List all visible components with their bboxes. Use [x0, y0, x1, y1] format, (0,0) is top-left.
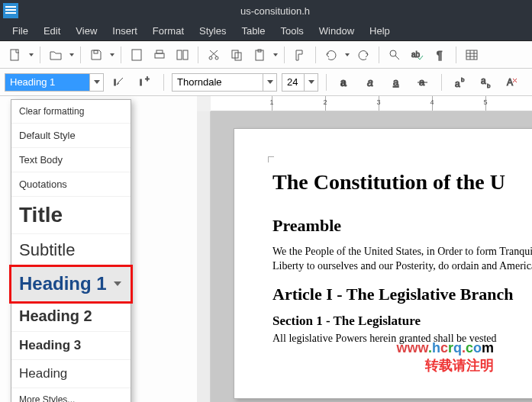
dd-text-body[interactable]: Text Body — [11, 148, 131, 172]
window-title: us-consitution.h — [18, 5, 532, 17]
svg-text:ab: ab — [411, 50, 421, 59]
svg-text:a: a — [481, 76, 486, 86]
new-doc-icon[interactable] — [5, 44, 26, 66]
underline-icon[interactable]: a — [386, 72, 408, 93]
font-size-combo[interactable] — [282, 73, 318, 92]
svg-rect-4 — [156, 50, 163, 53]
menu-help[interactable]: Help — [363, 23, 396, 39]
menu-insert[interactable]: Insert — [106, 23, 143, 39]
document-page[interactable]: The Constitution of the U Preamble We th… — [234, 128, 532, 399]
menu-table[interactable]: Table — [235, 23, 271, 39]
chevron-down-icon[interactable] — [114, 281, 121, 286]
margin-corner-icon — [268, 156, 274, 162]
ruler-tick: 2 — [323, 98, 327, 106]
formatting-marks-icon[interactable]: ¶ — [430, 44, 451, 66]
dd-clear-formatting[interactable]: Clear formatting — [11, 100, 131, 124]
paragraph-style-dropdown: Clear formatting Default Style Text Body… — [11, 99, 131, 402]
italic-icon[interactable]: a — [360, 72, 382, 93]
open-icon[interactable] — [45, 44, 66, 66]
insert-table-icon[interactable] — [461, 44, 482, 66]
dd-heading-3[interactable]: Heading 3 — [11, 332, 131, 360]
ruler-tick: 3 — [376, 98, 380, 106]
strike-icon[interactable]: a — [412, 72, 434, 93]
dd-subtitle[interactable]: Subtitle — [11, 234, 131, 267]
new-style-icon[interactable]: I+ — [134, 72, 156, 93]
svg-rect-16 — [466, 50, 477, 59]
menu-format[interactable]: Format — [147, 23, 190, 39]
svg-point-7 — [209, 56, 212, 59]
toolbar-formatting: I I+ a a a a ab ab A — [0, 69, 532, 96]
menu-styles[interactable]: Styles — [193, 23, 232, 39]
dd-quotations[interactable]: Quotations — [11, 172, 131, 197]
svg-text:a: a — [393, 76, 399, 88]
svg-text:I: I — [140, 78, 142, 87]
paste-icon[interactable] — [249, 44, 270, 66]
svg-text:a: a — [340, 76, 347, 88]
update-style-icon[interactable]: I — [108, 72, 130, 93]
svg-text:+: + — [145, 76, 150, 83]
dd-default-style[interactable]: Default Style — [11, 124, 131, 148]
heading-article-1: Article I - The Legislative Branch — [272, 285, 532, 304]
superscript-icon[interactable]: ab — [450, 72, 471, 93]
new-doc-dropdown[interactable] — [27, 44, 35, 66]
redo-icon[interactable] — [353, 44, 374, 66]
ruler-tick: 5 — [483, 98, 487, 106]
dd-heading-1[interactable]: Heading 1 — [11, 267, 131, 301]
preamble-paragraph: We the People of the United States, in O… — [272, 245, 532, 274]
app-icon — [3, 3, 18, 18]
svg-text:a: a — [455, 79, 460, 89]
titlebar: us-consitution.h — [0, 0, 532, 21]
dd-heading[interactable]: Heading — [11, 360, 131, 388]
spellcheck-icon[interactable]: ab — [407, 44, 428, 66]
export-pdf-icon[interactable] — [126, 44, 147, 66]
svg-point-13 — [390, 50, 396, 56]
font-name-combo[interactable] — [172, 73, 277, 92]
dd-title[interactable]: Title — [11, 197, 131, 234]
subscript-icon[interactable]: ab — [476, 72, 497, 93]
paragraph-style-input[interactable] — [5, 74, 89, 91]
svg-text:a: a — [367, 76, 373, 88]
undo-icon[interactable] — [321, 44, 342, 66]
svg-rect-1 — [94, 50, 98, 53]
svg-point-8 — [215, 56, 218, 59]
ruler-horizontal[interactable]: 1 2 3 4 5 6 — [211, 96, 532, 111]
menubar: File Edit View Insert Format Styles Tabl… — [0, 21, 532, 41]
clear-format-icon[interactable]: A — [501, 72, 523, 93]
find-replace-icon[interactable] — [384, 44, 405, 66]
svg-rect-6 — [183, 50, 188, 59]
ruler-vertical[interactable] — [197, 111, 211, 402]
svg-rect-2 — [132, 50, 141, 60]
cut-icon[interactable] — [203, 44, 224, 66]
paragraph-style-combo[interactable] — [5, 73, 104, 92]
svg-rect-3 — [155, 53, 164, 58]
dd-heading-2[interactable]: Heading 2 — [11, 301, 131, 332]
menu-tools[interactable]: Tools — [274, 23, 309, 39]
font-size-caret-icon[interactable] — [304, 74, 318, 91]
section-1-paragraph: All legislative Powers herein granted sh… — [272, 332, 532, 346]
dd-more-styles[interactable]: More Styles... — [11, 388, 131, 402]
font-name-input[interactable] — [172, 74, 263, 91]
svg-text:I: I — [114, 78, 116, 87]
menu-view[interactable]: View — [69, 23, 103, 39]
paste-dropdown[interactable] — [272, 44, 279, 66]
svg-rect-0 — [11, 50, 18, 60]
ruler-tick: 1 — [269, 98, 273, 106]
save-dropdown[interactable] — [108, 44, 116, 66]
print-preview-icon[interactable] — [172, 44, 193, 66]
font-size-input[interactable] — [282, 74, 304, 91]
save-icon[interactable] — [85, 44, 107, 66]
open-dropdown[interactable] — [68, 44, 76, 66]
undo-dropdown[interactable] — [343, 44, 351, 66]
menu-window[interactable]: Window — [313, 23, 360, 39]
bold-icon[interactable]: a — [334, 72, 356, 93]
menu-edit[interactable]: Edit — [37, 23, 66, 39]
font-name-caret-icon[interactable] — [263, 74, 276, 91]
menu-file[interactable]: File — [6, 23, 34, 39]
heading-preamble: Preamble — [272, 216, 532, 236]
dd-heading-1-label: Heading 1 — [19, 273, 107, 294]
paragraph-style-caret-icon[interactable] — [89, 74, 103, 91]
print-icon[interactable] — [149, 44, 170, 66]
clone-format-icon[interactable] — [289, 44, 311, 66]
copy-icon[interactable] — [226, 44, 247, 66]
doc-title: The Constitution of the U — [272, 170, 532, 195]
